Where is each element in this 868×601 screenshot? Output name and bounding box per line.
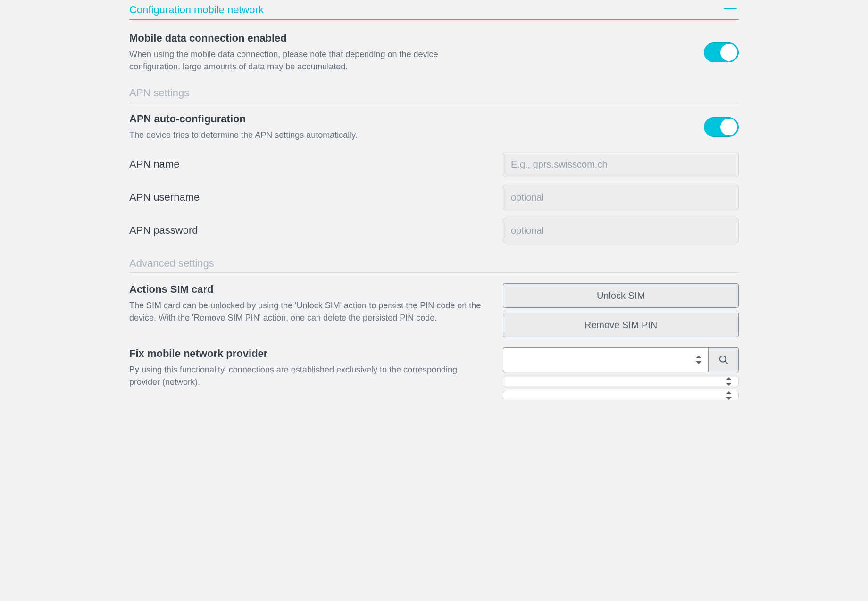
select-arrows-icon xyxy=(726,377,732,386)
provider-search-button[interactable] xyxy=(709,347,739,372)
search-icon xyxy=(718,355,729,365)
collapse-panel-button[interactable]: — xyxy=(722,5,739,15)
apn-auto-title: APN auto-configuration xyxy=(129,113,488,125)
mobile-data-desc: When using the mobile data connection, p… xyxy=(129,48,488,73)
panel-title: Configuration mobile network xyxy=(129,4,264,16)
apn-name-input[interactable] xyxy=(503,152,739,177)
apn-username-input[interactable] xyxy=(503,185,739,210)
sim-actions-title: Actions SIM card xyxy=(129,283,488,296)
apn-name-label: APN name xyxy=(129,158,179,170)
apn-auto-desc: The device tries to determine the APN se… xyxy=(129,129,488,141)
advanced-section-header: Advanced settings xyxy=(129,257,739,273)
sim-actions-desc: The SIM card can be unlocked by using th… xyxy=(129,299,488,324)
apn-password-input[interactable] xyxy=(503,218,739,243)
toggle-knob xyxy=(720,44,737,61)
svg-line-1 xyxy=(725,361,727,364)
remove-sim-pin-button[interactable]: Remove SIM PIN xyxy=(503,313,739,337)
apn-section-header: APN settings xyxy=(129,87,739,102)
apn-auto-toggle[interactable] xyxy=(704,117,739,137)
apn-password-label: APN password xyxy=(129,224,198,237)
provider-select-primary[interactable] xyxy=(503,347,709,372)
mobile-data-toggle[interactable] xyxy=(704,42,739,62)
provider-select-tertiary[interactable] xyxy=(503,391,739,400)
apn-username-label: APN username xyxy=(129,191,200,203)
select-arrows-icon xyxy=(696,356,701,364)
fix-provider-title: Fix mobile network provider xyxy=(129,347,488,360)
select-arrows-icon xyxy=(726,391,732,400)
provider-select-secondary[interactable] xyxy=(503,377,739,386)
unlock-sim-button[interactable]: Unlock SIM xyxy=(503,283,739,308)
toggle-knob xyxy=(720,119,737,135)
fix-provider-desc: By using this functionality, connections… xyxy=(129,364,488,388)
mobile-data-title: Mobile data connection enabled xyxy=(129,32,488,44)
